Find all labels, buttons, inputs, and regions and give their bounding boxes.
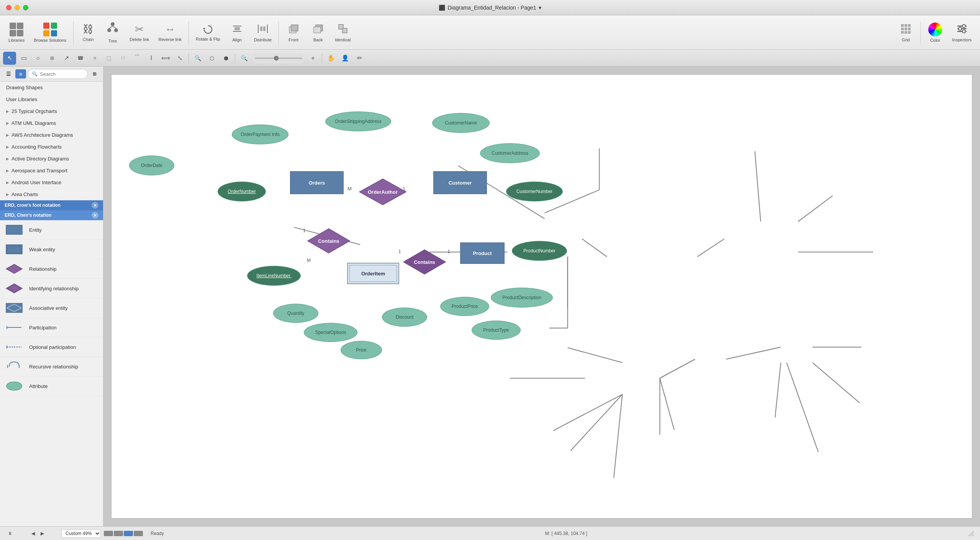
node-orderauthor[interactable]: OrderAuthor — [359, 178, 407, 206]
erd-chen-close[interactable]: ✕ — [92, 212, 98, 219]
node-orders[interactable]: Orders — [290, 171, 344, 194]
erd-crow-section[interactable]: ERD, crow's foot notation ✕ — [0, 200, 103, 210]
tool-diagonal[interactable]: ⤡ — [173, 52, 186, 65]
toolbar-inspectors[interactable]: Inspectors — [948, 21, 975, 44]
tool-zoom-in[interactable]: 🔍 — [191, 52, 204, 65]
tool-ellipse[interactable]: ○ — [31, 52, 44, 65]
maximize-button[interactable] — [23, 5, 28, 10]
node-product[interactable]: Product — [460, 242, 505, 264]
node-ordershipping[interactable]: OrderShippingAddress — [325, 111, 391, 131]
sidebar-grid-view[interactable]: ⊞ — [89, 69, 100, 79]
tool-zoom-minus[interactable]: 🔍 — [238, 52, 251, 65]
shape-item-optional-participation[interactable]: Optional participation — [0, 337, 103, 357]
node-customername[interactable]: CustomerName — [432, 113, 490, 133]
tool-bidirect[interactable]: ⟺ — [159, 52, 172, 65]
toolbar-distribute[interactable]: Distribute — [250, 21, 275, 44]
node-customernumber[interactable]: CustomerNumber — [506, 182, 563, 201]
toolbar-identical[interactable]: Identical — [331, 21, 354, 44]
tool-phone[interactable]: ☎ — [74, 52, 87, 65]
toolbar-grid[interactable]: Grid — [894, 21, 917, 44]
node-contains2[interactable]: Contains — [403, 249, 446, 275]
sidebar-item-aerospace[interactable]: ▶ Aerospace and Transport — [0, 165, 103, 177]
tool-select[interactable]: ↖ — [3, 52, 16, 65]
node-ordernumber[interactable]: OrderNumber — [218, 182, 266, 201]
toolbar-delete-link[interactable]: ✂ Delete link — [126, 21, 153, 44]
search-box[interactable]: 🔍 — [28, 69, 88, 79]
node-orderpayment[interactable]: OrderPayment Info — [232, 124, 288, 144]
toolbar-front[interactable]: Front — [282, 21, 305, 44]
prev-page-button[interactable]: ◀ — [29, 530, 37, 537]
node-discount[interactable]: Discount — [382, 308, 427, 327]
sidebar-item-android[interactable]: ▶ Android User Interface — [0, 177, 103, 188]
zoom-slider[interactable] — [252, 53, 305, 64]
shape-item-entity[interactable]: Entity — [0, 220, 103, 240]
node-orderdate[interactable]: OrderDate — [129, 155, 174, 175]
node-quantity[interactable]: Quantity — [273, 304, 318, 323]
toolbar-tree[interactable]: Tree — [101, 20, 124, 46]
tool-rect[interactable]: ▭ — [17, 52, 30, 65]
minimize-button[interactable] — [15, 5, 20, 10]
node-specialoptions[interactable]: SpecialOptions — [304, 323, 357, 342]
toolbar-chain[interactable]: ⛓ Chain — [77, 21, 100, 44]
node-producttype[interactable]: ProductType — [472, 321, 521, 340]
search-input[interactable] — [40, 71, 84, 77]
erd-crow-close[interactable]: ✕ — [92, 202, 98, 209]
node-customeraddress[interactable]: CustomerAddress — [480, 143, 540, 163]
node-price[interactable]: Price — [341, 341, 382, 359]
node-orderitem[interactable]: OrderItem — [347, 263, 399, 284]
toolbar-rotate-flip[interactable]: Rotate & Flip — [192, 21, 224, 44]
pause-button[interactable]: ⏸ — [6, 530, 14, 537]
toolbar-reverse-link[interactable]: ↔ Reverse link — [155, 21, 186, 44]
toolbar-libraries[interactable]: Libraries — [5, 20, 28, 45]
shape-item-recursive-relationship[interactable]: Recursive relationship — [0, 357, 103, 376]
sidebar-search-view[interactable]: ⊞ — [15, 69, 26, 79]
sidebar-item-orgcharts[interactable]: ▶ 25 Typical Orgcharts — [0, 105, 103, 117]
page-indicator-2[interactable] — [114, 531, 123, 536]
sidebar-item-area-charts[interactable]: ▶ Area Charts — [0, 188, 103, 200]
shape-item-weak-entity[interactable]: Weak entity — [0, 240, 103, 259]
resize-handle[interactable] — [969, 531, 974, 536]
tool-line1[interactable]: ↗ — [60, 52, 73, 65]
node-productnumber[interactable]: ProductNumber — [512, 241, 567, 261]
node-productprice[interactable]: ProductPrice — [440, 297, 489, 316]
erd-chen-section[interactable]: ERD, Chen's notation ✕ — [0, 210, 103, 220]
tool-person[interactable]: 👤 — [339, 52, 352, 65]
toolbar-browse[interactable]: Browse Solutions — [30, 20, 70, 45]
sidebar-list-view[interactable]: ☰ — [3, 69, 14, 79]
tool-table[interactable]: ⊞ — [46, 52, 59, 65]
shape-item-identifying-relationship[interactable]: Identifying relationship — [0, 279, 103, 298]
toolbar-align[interactable]: Align — [226, 21, 249, 44]
sidebar-item-drawing-shapes[interactable]: Drawing Shapes — [0, 82, 103, 93]
toolbar-back[interactable]: Back — [306, 21, 329, 44]
shape-item-attribute[interactable]: Attribute — [0, 376, 103, 396]
page-indicator-4[interactable] — [134, 531, 143, 536]
node-customer[interactable]: Customer — [433, 171, 487, 194]
tool-zoom-plus[interactable]: + — [306, 52, 320, 65]
node-productdescription[interactable]: ProductDescription — [491, 288, 553, 308]
node-itemlinenumber[interactable]: ItemLineNumber. — [247, 266, 301, 286]
next-page-button[interactable]: ▶ — [38, 530, 46, 537]
tool-grid[interactable]: ⌗ — [88, 52, 101, 65]
tool-connector[interactable]: ⌇ — [145, 52, 158, 65]
tool-pan[interactable]: ✋ — [324, 52, 338, 65]
sidebar-item-user-libraries[interactable]: User Libraries — [0, 93, 103, 105]
tool-pen[interactable]: ✏ — [353, 52, 366, 65]
sidebar-item-atm-uml[interactable]: ▶ ATM UML Diagrams — [0, 117, 103, 129]
tool-hex2[interactable]: ⬢ — [220, 52, 233, 65]
node-contains1[interactable]: Contains — [307, 228, 351, 254]
page-indicator-1[interactable] — [104, 531, 113, 536]
shape-item-associative-entity[interactable]: Associative entity — [0, 298, 103, 318]
shape-item-participation[interactable]: Participation — [0, 318, 103, 337]
zoom-dropdown[interactable]: Custom 49% — [61, 529, 101, 538]
shape-item-relationship[interactable]: Relationship — [0, 259, 103, 279]
page-indicator-3[interactable] — [124, 531, 133, 536]
toolbar-color[interactable]: Color — [924, 20, 947, 45]
sidebar-item-active-directory[interactable]: ▶ Active Directory Diagrams — [0, 153, 103, 165]
tool-hex1[interactable]: ⬡ — [205, 52, 218, 65]
close-button[interactable] — [6, 5, 11, 10]
canvas[interactable]: OrderDate OrderPayment Info OrderShippin… — [111, 74, 972, 519]
sidebar-item-accounting[interactable]: ▶ Accounting Flowcharts — [0, 141, 103, 153]
tool-curve[interactable]: ⌒ — [131, 52, 144, 65]
tool-dashed-rect[interactable]: ⬚ — [102, 52, 115, 65]
tool-angle[interactable]: 〈〉 — [116, 52, 129, 65]
